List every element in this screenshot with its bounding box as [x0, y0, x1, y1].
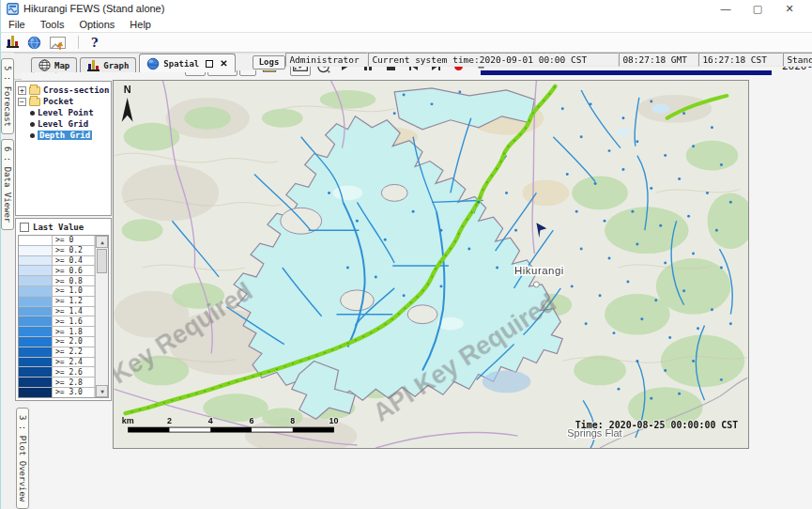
legend-class-label: >= 0.6 [53, 266, 95, 275]
legend-swatch [19, 378, 53, 387]
legend-swatch [19, 307, 53, 316]
legend-class-label: >= 2.0 [53, 337, 95, 347]
maximize-button[interactable]: ▢ [752, 3, 763, 15]
tree-item-cross-section[interactable]: + Cross-section [18, 85, 109, 96]
right-dock-strip: 3 : Plot Overview [14, 402, 30, 509]
tab-graph[interactable]: Graph [80, 57, 136, 72]
legend-row[interactable]: >= 3.0 [19, 388, 95, 397]
legend-swatch [19, 388, 53, 397]
legend-scrollbar[interactable]: ▲ ▼ [95, 236, 108, 397]
close-button[interactable]: ✕ [784, 3, 795, 15]
tree-item-label: Pocket [43, 97, 74, 106]
legend-swatch [19, 246, 53, 255]
menu-bar: File Tools Options Help [1, 17, 812, 33]
svg-text:10: 10 [329, 416, 339, 425]
bullet-icon [30, 133, 35, 138]
legend-row[interactable]: >= 1.8 [19, 327, 95, 337]
folder-icon [29, 98, 40, 106]
collapse-icon[interactable]: − [18, 98, 26, 106]
dock-tab-data-viewer[interactable]: 6 : Data Viewer [1, 139, 14, 230]
scale-bar-segments [129, 427, 334, 432]
legend-row[interactable]: >= 1.0 [19, 286, 95, 297]
legend-row[interactable]: >= 0.6 [19, 266, 95, 276]
expand-icon[interactable]: + [18, 86, 26, 95]
menu-tools[interactable]: Tools [40, 19, 65, 30]
legend-class-label: >= 0.4 [53, 256, 95, 266]
forecast-manager-icon[interactable] [7, 37, 19, 48]
menu-options[interactable]: Options [79, 19, 115, 30]
last-value-checkbox[interactable] [20, 223, 29, 232]
legend-row[interactable]: >= 0 [19, 236, 95, 246]
tab-map[interactable]: Map [31, 57, 77, 72]
window-title: Hikurangi FEWS (Stand alone) [23, 3, 720, 14]
scroll-down-icon[interactable]: ▼ [96, 385, 108, 397]
dock-tab-plot-overview[interactable]: 3 : Plot Overview [16, 408, 29, 509]
legend-title: Last Value [33, 223, 84, 232]
minimize-button[interactable]: — [720, 3, 731, 15]
timeseries-dialog-icon[interactable] [50, 37, 66, 49]
status-system-time: Current system time:2020-09-01 00:00 CST [368, 53, 619, 67]
svg-text:4: 4 [208, 416, 213, 425]
title-bar: Hikurangi FEWS (Stand alone) — ▢ ✕ [1, 0, 812, 17]
legend-row[interactable]: >= 2.6 [19, 367, 95, 378]
svg-text:2: 2 [167, 416, 172, 425]
restore-pane-icon[interactable] [206, 60, 213, 68]
tree-item-level-grid[interactable]: Level Grid [18, 118, 109, 130]
legend-row[interactable]: >= 0.4 [19, 256, 95, 267]
tree-item-depth-grid[interactable]: Depth Grid [18, 130, 109, 141]
legend-swatch [19, 316, 53, 326]
legend-row[interactable]: >= 2.4 [19, 358, 95, 368]
legend-swatch [19, 266, 53, 275]
legend-row[interactable]: >= 0.2 [19, 246, 95, 256]
legend-row[interactable]: >= 1.4 [19, 307, 95, 317]
bullet-icon [30, 111, 35, 116]
menu-file[interactable]: File [8, 19, 25, 30]
legend-row[interactable]: >= 2.2 [19, 347, 95, 358]
svg-text:8: 8 [291, 416, 296, 425]
close-pane-icon[interactable]: ✕ [220, 58, 227, 69]
left-dock-strip: 5 : Forecast 6 : Data Viewer [1, 53, 14, 509]
legend-panel: Last Value >= 0>= 0.2>= 0.4>= 0.6>= 0.8>… [15, 218, 112, 401]
legend-row[interactable]: >= 0.8 [19, 276, 95, 286]
legend-row[interactable]: >= 2.8 [19, 378, 95, 388]
tree-item-pocket[interactable]: − Pocket [18, 96, 109, 107]
tab-map-label: Map [54, 61, 69, 70]
tree-item-label: Level Point [38, 108, 94, 117]
logs-row: Logs [236, 53, 286, 70]
town-marker[interactable] [534, 282, 540, 287]
bottom-tab-bar: Map Graph Spatial ✕ [14, 53, 236, 72]
scroll-up-icon[interactable]: ▲ [96, 236, 108, 248]
legend-class-label: >= 3.0 [53, 388, 95, 397]
folder-icon [29, 86, 40, 95]
legend-class-label: >= 1.6 [53, 316, 95, 326]
legend-class-label: >= 1.2 [53, 297, 95, 306]
legend-row[interactable]: >= 1.6 [19, 316, 95, 327]
legend-row[interactable]: >= 2.0 [19, 337, 95, 347]
legend-swatch [19, 286, 53, 296]
map-time-label: Time: 2020-08-25 00:00:00 CST [575, 420, 739, 430]
bar-chart-icon [87, 60, 100, 71]
tree-item-label-selected: Depth Grid [38, 131, 92, 140]
legend-row[interactable]: >= 1.2 [19, 297, 95, 307]
legend-class-label: >= 2.6 [53, 367, 95, 377]
tree-item-level-point[interactable]: Level Point [18, 107, 109, 118]
dock-tab-forecast[interactable]: 5 : Forecast [1, 58, 14, 134]
legend-class-label: >= 0.2 [53, 246, 95, 255]
svg-text:N: N [124, 84, 131, 95]
logs-button[interactable]: Logs [253, 55, 286, 69]
legend-swatch [19, 337, 53, 347]
map-canvas[interactable]: API Key Required API Key Required Hikura… [114, 81, 748, 448]
main-toolbar: ? [1, 33, 812, 53]
menu-help[interactable]: Help [130, 19, 151, 30]
status-local-time: 16:27:18 CST [698, 53, 783, 67]
legend-swatch [19, 236, 53, 245]
svg-text:6: 6 [250, 416, 254, 425]
tab-graph-label: Graph [103, 61, 129, 70]
map-display-globe-icon[interactable] [27, 36, 41, 50]
application-window: Hikurangi FEWS (Stand alone) — ▢ ✕ File … [0, 0, 812, 509]
map-view[interactable]: API Key Required API Key Required Hikura… [113, 80, 749, 449]
tab-spatial[interactable]: Spatial ✕ [139, 54, 235, 72]
scrollbar-thumb[interactable] [97, 249, 107, 273]
legend-swatch [19, 367, 53, 377]
help-icon[interactable]: ? [91, 36, 99, 50]
